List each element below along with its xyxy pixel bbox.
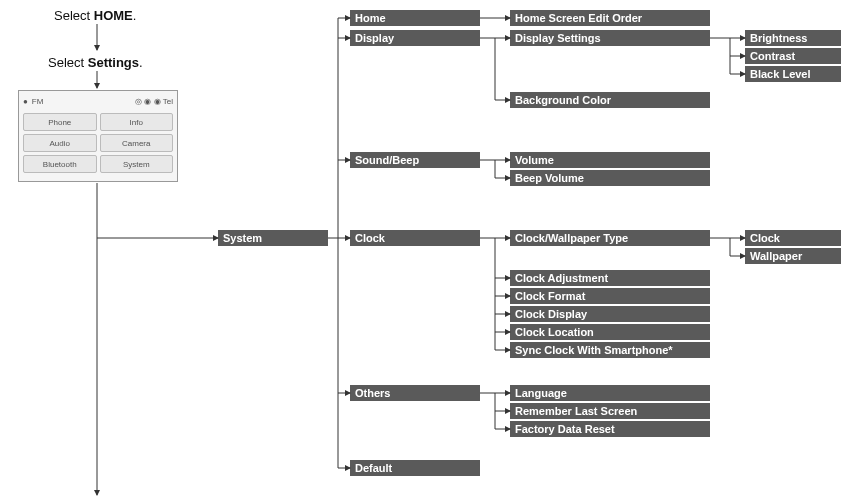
- connector-lines: [0, 0, 851, 501]
- node-home: Home: [350, 10, 480, 26]
- mock-btn-camera: Camera: [100, 134, 174, 152]
- mock-btn-bluetooth: Bluetooth: [23, 155, 97, 173]
- node-clock-display: Clock Display: [510, 306, 710, 322]
- node-clock-location: Clock Location: [510, 324, 710, 340]
- node-clock-wallpaper-type: Clock/Wallpaper Type: [510, 230, 710, 246]
- node-clock: Clock: [350, 230, 480, 246]
- node-factory-reset: Factory Data Reset: [510, 421, 710, 437]
- step-1-bold: HOME: [94, 8, 133, 23]
- step-1: Select HOME.: [54, 8, 136, 23]
- node-language: Language: [510, 385, 710, 401]
- step-1-pre: Select: [54, 8, 94, 23]
- step-2-pre: Select: [48, 55, 88, 70]
- node-home-edit: Home Screen Edit Order: [510, 10, 710, 26]
- node-volume: Volume: [510, 152, 710, 168]
- node-default: Default: [350, 460, 480, 476]
- mock-btn-audio: Audio: [23, 134, 97, 152]
- mock-btn-system: System: [100, 155, 174, 173]
- settings-screen-mock: ● FM ◎ ◉ ◉ Tel Phone Info Audio Camera B…: [18, 90, 178, 182]
- node-remember-last: Remember Last Screen: [510, 403, 710, 419]
- step-2-post: .: [139, 55, 143, 70]
- node-clock-adjustment: Clock Adjustment: [510, 270, 710, 286]
- step-1-post: .: [133, 8, 137, 23]
- node-clock-leaf: Clock: [745, 230, 841, 246]
- node-display: Display: [350, 30, 480, 46]
- node-clock-format: Clock Format: [510, 288, 710, 304]
- node-sync-clock: Sync Clock With Smartphone*: [510, 342, 710, 358]
- node-brightness: Brightness: [745, 30, 841, 46]
- node-system: System: [218, 230, 328, 246]
- node-black-level: Black Level: [745, 66, 841, 82]
- node-beep-volume: Beep Volume: [510, 170, 710, 186]
- mock-icons: ◎ ◉ ◉ Tel: [135, 97, 173, 106]
- mock-btn-phone: Phone: [23, 113, 97, 131]
- mock-button-grid: Phone Info Audio Camera Bluetooth System: [23, 113, 173, 173]
- node-sound: Sound/Beep: [350, 152, 480, 168]
- mock-dot-icon: ●: [23, 97, 28, 106]
- mock-status-bar: ● FM ◎ ◉ ◉ Tel: [23, 95, 173, 107]
- node-wallpaper-leaf: Wallpaper: [745, 248, 841, 264]
- node-contrast: Contrast: [745, 48, 841, 64]
- node-background-color: Background Color: [510, 92, 710, 108]
- mock-btn-info: Info: [100, 113, 174, 131]
- step-2-bold: Settings: [88, 55, 139, 70]
- mock-mode: FM: [32, 97, 44, 106]
- node-others: Others: [350, 385, 480, 401]
- step-2: Select Settings.: [48, 55, 143, 70]
- node-display-settings: Display Settings: [510, 30, 710, 46]
